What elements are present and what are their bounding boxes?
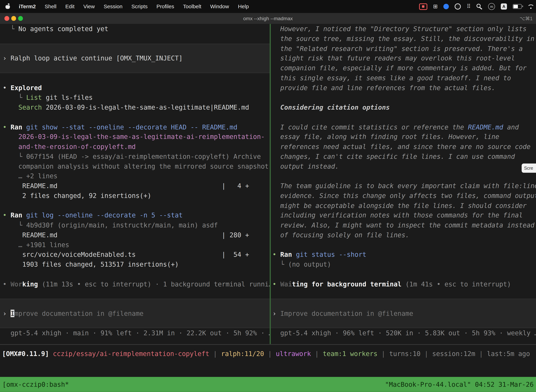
terminal-line (273, 171, 536, 181)
tmux-session-label: [omx-cczip0:bash* (2, 381, 69, 388)
terminal-line: 1903 files changed, 513517 insertions(+) (3, 259, 270, 269)
tmux-host-time-label: "MacBook-Pro-44.local" 04:52 31-Mar-26 (385, 381, 534, 388)
menu-item-iterm2[interactable]: iTerm2 (14, 3, 40, 9)
menu-item-edit[interactable]: Edit (61, 3, 79, 9)
terminal-line: including verification notes with those … (273, 210, 536, 220)
key-icon[interactable] (477, 4, 482, 9)
apple-menu[interactable] (5, 4, 10, 9)
title-bar[interactable]: omx --xhigh --madmax ⌥⌘1 (0, 13, 536, 24)
terminal-line: Considering citation options (273, 103, 536, 112)
dots-grid-icon[interactable]: ⠿ (467, 4, 471, 9)
terminal-line: 2 files changed, 92 insertions(+) (3, 191, 270, 201)
terminal-line: README.md | 280 + (3, 230, 270, 240)
terminal-line (3, 318, 270, 328)
window-hotkey: ⌥⌘1 (520, 13, 533, 24)
terminal-line: … +2 lines (3, 171, 270, 181)
tmux-status-bar: [omx-cczip0:bash* "MacBook-Pro-44.local"… (0, 377, 536, 392)
terminal-line (3, 44, 270, 53)
apple-icon (5, 4, 10, 9)
terminal-line: references need actual files, and since … (273, 142, 536, 152)
pane-separator (0, 344, 536, 345)
terminal-line: src/voice/voiceModeEnabled.ts | 54 + (3, 250, 270, 259)
terminal-line (3, 112, 270, 122)
terminal-line: └ (no output) (273, 259, 536, 269)
terminal-line: gpt-5.4 xhigh · main · 91% left · 2.31M … (3, 328, 270, 338)
terminal-line (3, 269, 270, 279)
terminal-line (3, 201, 270, 210)
terminal-line (273, 318, 536, 328)
window-title: omx --xhigh --madmax (0, 13, 536, 24)
menu-item-shell[interactable]: Shell (40, 3, 61, 9)
terminal-line: • Explored (3, 83, 270, 93)
terminal-line: I could cite commit statistics or refere… (273, 122, 536, 132)
terminal-line (3, 34, 270, 44)
terminal-line (273, 240, 536, 250)
battery-percent-icon[interactable]: .61 (488, 3, 495, 10)
menu-item-scripts[interactable]: Scripts (127, 3, 152, 9)
menu-status-icons: ⊞⠿.61A (419, 0, 534, 13)
terminal-line: slight risk that future readers may over… (273, 53, 536, 63)
screen-share-button[interactable]: Scre (522, 163, 536, 173)
terminal-line: gpt-5.4 xhigh · 96% left · 520K in · 5.8… (273, 328, 536, 338)
terminal-line: └ No agents completed yet (3, 24, 270, 34)
right-pane[interactable]: However, I noticed the "Directory Struct… (271, 24, 536, 344)
terminal-line (273, 112, 536, 122)
left-pane[interactable]: └ No agents completed yet › Ralph loop a… (0, 24, 270, 344)
terminal-line (273, 299, 536, 308)
swirl-app-icon[interactable] (455, 3, 461, 9)
menu-item-view[interactable]: View (79, 3, 99, 9)
terminal-line: might be acceptable alongside the file l… (273, 201, 536, 210)
terminal-line: However, I noticed the "Directory Struct… (273, 24, 536, 34)
terminal-line: 2026-03-09-is-legal-the-same-as-legitima… (3, 132, 270, 142)
battery-icon[interactable] (513, 4, 522, 9)
menu-item-profiles[interactable]: Profiles (152, 3, 179, 9)
terminal-line (3, 73, 270, 83)
menu-item-window[interactable]: Window (206, 3, 234, 9)
terminal-line: • Waiting for background terminal (1m 41… (273, 279, 536, 289)
terminal-line: provide file and line references from th… (273, 83, 536, 93)
terminal-line: review. Also, I might want to inspect th… (273, 220, 536, 230)
terminal-line: evidence. Since this change only affects… (273, 191, 536, 201)
grid-app-icon[interactable]: ⊞ (433, 4, 438, 9)
terminal: └ No agents completed yet › Ralph loop a… (0, 24, 536, 392)
menu-item-session[interactable]: Session (99, 3, 127, 9)
terminal-line: companion file, especially if more comme… (273, 63, 536, 73)
menu-item-toolbelt[interactable]: Toolbelt (179, 3, 206, 9)
terminal-line: › Improve documentation in @filename (3, 308, 270, 318)
terminal-line: • Ran git log --oneline --decorate -n 5 … (3, 210, 270, 220)
terminal-line: the source tree, missing the essay. Stil… (273, 34, 536, 44)
input-source-icon[interactable]: A (501, 3, 507, 9)
terminal-line: README.md | 4 + (3, 181, 270, 191)
terminal-line: └ 4b9d30f (origin/main, instructkr/main,… (3, 220, 270, 230)
terminal-line (3, 299, 270, 308)
terminal-line: … +1901 lines (3, 240, 270, 250)
input-source-icon-label: A (502, 4, 505, 9)
menu-bar: iTerm2ShellEditViewSessionScriptsProfile… (0, 0, 536, 13)
blue-app-icon[interactable] (444, 4, 449, 9)
screen: iTerm2ShellEditViewSessionScriptsProfile… (0, 0, 536, 392)
terminal-line: • Ran git show --stat --oneline --decora… (3, 122, 270, 132)
terminal-line: › Ralph loop active continue [OMX_TMUX_I… (3, 53, 270, 63)
terminal-line: • Working (11m 13s • esc to interrupt) ·… (3, 279, 270, 289)
terminal-line: › Improve documentation in @filename (273, 308, 536, 318)
terminal-line: └ List git ls-files (3, 93, 270, 103)
menu-items: iTerm2ShellEditViewSessionScriptsProfile… (14, 0, 254, 13)
terminal-line (273, 269, 536, 279)
terminal-line: of focusing solely on file lines. (273, 230, 536, 240)
menu-item-help[interactable]: Help (234, 3, 254, 9)
wifi-icon[interactable] (527, 4, 534, 9)
terminal-line: this single essay, it seems like a good … (273, 73, 536, 83)
pane-divider[interactable] (270, 24, 271, 344)
omx-status-bar: [OMX#0.11.9] cczip/essay/ai-reimplementa… (0, 349, 536, 359)
terminal-line (273, 289, 536, 299)
terminal-line: companion analysis without altering the … (3, 161, 270, 171)
terminal-line: changes, I can't cite specific file line… (273, 152, 536, 161)
screen-recording-icon[interactable] (419, 3, 427, 10)
terminal-line (3, 289, 270, 299)
battery-percent-icon-label: .61 (490, 5, 493, 8)
terminal-line: • Ran git status --short (273, 250, 536, 259)
terminal-line: The team guideline is to back every impo… (273, 181, 536, 191)
terminal-line (273, 93, 536, 103)
terminal-line: and-the-erosion-of-copyleft.md (3, 142, 270, 152)
terminal-line (3, 63, 270, 73)
